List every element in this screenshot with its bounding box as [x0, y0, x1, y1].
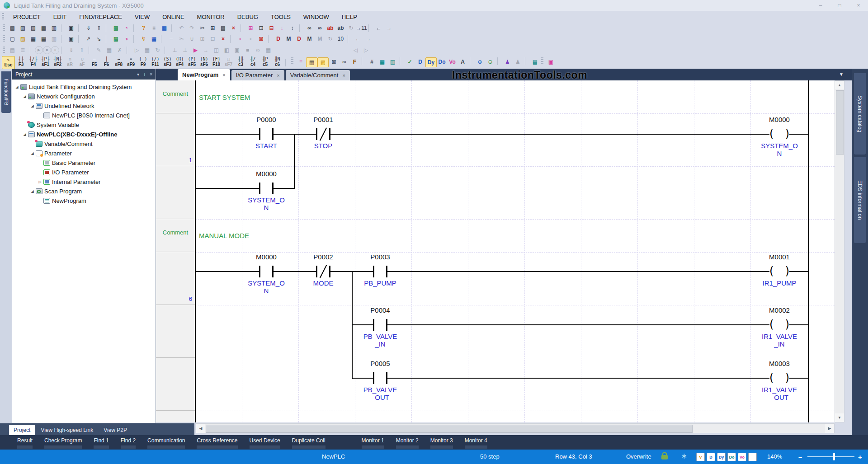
margin-comment-cell[interactable]: Comment — [156, 80, 195, 113]
tree-item-variable-comment[interactable]: Variable/Comment — [12, 139, 156, 149]
reset-icon[interactable]: × — [51, 46, 59, 54]
zoom-in-icon[interactable]: ⊕ — [475, 57, 485, 66]
status-view-dy-icon[interactable]: Dy — [717, 453, 726, 461]
negative-coil-tool[interactable]: (N)sF6 — [198, 56, 210, 68]
tree-expander-icon[interactable] — [29, 151, 35, 155]
menu-window[interactable]: WINDOW — [297, 14, 335, 20]
monitor-start-icon[interactable]: ⊥ — [170, 46, 180, 55]
io-table-icon[interactable]: ▥ — [387, 57, 398, 66]
toolbar-icon[interactable] — [3, 24, 5, 32]
cell-insert-icon[interactable]: ▤ — [7, 46, 18, 55]
esc-arrow-tool[interactable]: ↖Esc — [2, 56, 15, 69]
status-view-do-icon[interactable]: Do — [727, 453, 736, 461]
vertical-scroll-thumb[interactable] — [836, 90, 844, 155]
zoom-decrease-icon[interactable]: – — [798, 453, 802, 461]
grid-verify-icon[interactable]: ▦ — [142, 46, 152, 55]
tree-expander-icon[interactable] — [22, 132, 28, 136]
menu-help[interactable]: HELP — [335, 14, 363, 20]
prev-window-icon[interactable]: ← — [353, 34, 363, 43]
panel-close-icon[interactable]: × — [150, 72, 152, 77]
closed-contact[interactable] — [316, 128, 330, 140]
result-tab-result[interactable]: Result — [17, 437, 33, 449]
device-tower-icon[interactable]: ≣ — [18, 46, 28, 55]
result-tab-find1[interactable]: Find 1 — [94, 437, 108, 449]
find-word-icon[interactable]: M — [283, 34, 294, 43]
rising-edge-tool[interactable]: ∩aR — [64, 56, 76, 68]
toolbar-icon[interactable] — [541, 57, 543, 65]
transfer-icon[interactable]: ▷ — [132, 46, 142, 55]
trend-view-icon[interactable]: ▦ — [263, 46, 274, 55]
zoom-slider-track[interactable] — [807, 456, 854, 457]
status-view-vo-icon[interactable]: Vo — [738, 453, 746, 461]
scroll-right-icon[interactable]: ▶ — [825, 424, 834, 433]
margin-comment-cell[interactable]: Comment — [156, 219, 195, 252]
split-window-icon[interactable]: ◫ — [211, 46, 222, 55]
device-view-icon[interactable]: ◧ — [222, 46, 232, 55]
negative-contact-tool[interactable]: ┤N├sF2 — [52, 56, 64, 68]
user-list-icon[interactable]: ♟ — [513, 57, 523, 66]
data-memory-icon[interactable]: ■ — [242, 46, 253, 55]
toolbar-icon[interactable] — [274, 46, 350, 55]
status-view-d-icon[interactable]: D — [707, 453, 715, 461]
replace-all-icon[interactable]: ab — [335, 23, 346, 33]
trim-icon[interactable]: – — [166, 34, 176, 43]
menu-debug[interactable]: DEBUG — [231, 14, 264, 20]
save-project-icon[interactable]: ▦ — [38, 23, 49, 33]
rung-comment[interactable]: START SYSTEM — [199, 94, 250, 101]
print-setup-icon[interactable]: ▥ — [49, 34, 59, 43]
next-window-icon[interactable]: → — [363, 34, 373, 43]
monitor-stop-icon[interactable]: ⊥ — [180, 46, 190, 55]
panel-tab-project[interactable]: Project — [9, 425, 35, 435]
close-project-icon[interactable]: ▧ — [28, 23, 38, 33]
paste-icon[interactable]: ▤ — [218, 23, 228, 33]
open-file-icon[interactable]: ▨ — [18, 34, 28, 43]
scroll-up-icon[interactable]: ▲ — [835, 81, 844, 89]
closed-contact-tool[interactable]: ┤/├F4 — [27, 56, 39, 68]
open-project-icon[interactable]: ▨ — [18, 23, 28, 33]
branch-negative-contact-tool[interactable]: ╢Nc6 — [271, 56, 283, 68]
falling-edge-tool[interactable]: ∪aF — [76, 56, 88, 68]
branch-open-contact-tool[interactable]: ╢╟c3 — [235, 56, 247, 68]
refresh-view-icon[interactable]: ↻ — [325, 34, 335, 43]
status-view-v-icon[interactable]: V — [696, 453, 705, 461]
result-tab-duplicate-coil[interactable]: Duplicate Coil — [292, 437, 326, 449]
memo-icon[interactable]: ▣ — [546, 57, 556, 66]
open-contact[interactable] — [373, 266, 387, 277]
open-contact[interactable] — [259, 128, 274, 140]
read-from-plc-icon[interactable]: ⇑ — [94, 23, 104, 33]
redo-icon[interactable]: ↷ — [187, 23, 197, 33]
save-all-icon[interactable]: ▦ — [38, 34, 49, 43]
tab-eds-information[interactable]: EDS information — [854, 157, 866, 243]
tree-item-network-configuration[interactable]: Network Configuration — [12, 92, 156, 101]
coil-tool[interactable]: ( )F9 — [137, 56, 149, 68]
positive-contact-tool[interactable]: ┤P├sF1 — [39, 56, 52, 68]
monitor-tab-3[interactable]: Monitor 3 — [430, 437, 453, 449]
panel-tab-p2p[interactable]: View P2P — [99, 425, 132, 435]
device-grid-icon[interactable]: ▦ — [306, 57, 317, 67]
ssc-icon[interactable]: ▦ — [159, 23, 170, 33]
open-contact-tool[interactable]: ┤├F3 — [15, 56, 27, 68]
pin-icon[interactable]: ⊺ — [143, 72, 146, 77]
tree-item-io-parameter[interactable]: I/O Parameter — [12, 168, 156, 177]
inverse-tool[interactable]: ∗sF9 — [125, 56, 137, 68]
write-to-plc-icon[interactable]: ⇓ — [83, 23, 94, 33]
insert-cell-icon[interactable]: ⊞ — [245, 23, 256, 33]
horizontal-scroll-thumb[interactable] — [206, 425, 693, 433]
export-doc-icon[interactable]: → — [201, 46, 211, 55]
set-coil-tool[interactable]: (S)sF3 — [161, 56, 174, 68]
tree-item-newplc-offline[interactable]: NewPLC(XBC-DxxxE)-Offline — [12, 130, 156, 139]
result-tab-find2[interactable]: Find 2 — [121, 437, 136, 449]
undo-icon[interactable]: ↶ — [176, 23, 187, 33]
new-project-icon[interactable]: ▤ — [7, 23, 18, 33]
merge-icon[interactable]: ∪ — [187, 34, 197, 43]
export-file-icon[interactable]: ↗ — [83, 34, 94, 43]
margin-cell[interactable] — [156, 411, 195, 422]
output-coil[interactable]: () — [769, 371, 789, 385]
toolbar-icon[interactable] — [3, 47, 5, 54]
monitor-tab-4[interactable]: Monitor 4 — [465, 437, 487, 449]
find-device-icon[interactable]: D — [273, 34, 283, 43]
menu-edit[interactable]: EDIT — [47, 14, 73, 20]
goto-line-icon[interactable]: →11 — [356, 23, 367, 33]
quick-find-icon[interactable]: ↯ — [138, 34, 149, 43]
trend-monitor-icon[interactable]: ◔ — [121, 23, 132, 33]
